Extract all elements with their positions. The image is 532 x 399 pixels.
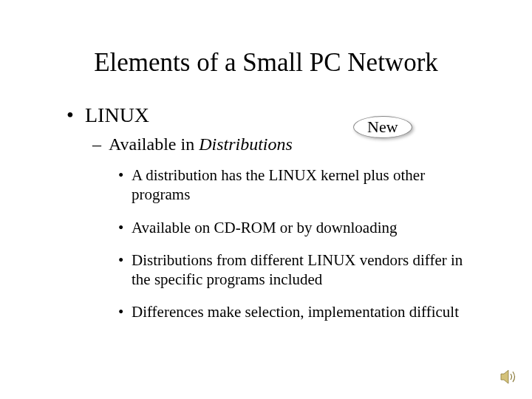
level2-text-italic: Distributions [199, 134, 293, 154]
slide-title: Elements of a Small PC Network [37, 48, 495, 78]
bullet-dot: • [118, 302, 132, 321]
bullet-level3: •Distributions from different LINUX vend… [118, 250, 473, 290]
level2-text-prefix: Available in [109, 134, 199, 154]
bullet-dash: – [92, 134, 109, 154]
level1-text: LINUX [85, 103, 149, 126]
bullet-dot: • [66, 103, 85, 127]
level3-text: Available on CD-ROM or by downloading [132, 219, 397, 236]
level3-text: Differences make selection, implementati… [132, 303, 459, 321]
bullet-level1: •LINUX [66, 103, 495, 127]
speaker-icon[interactable] [499, 368, 519, 386]
bullet-level3: •Differences make selection, implementat… [118, 302, 473, 321]
level3-text: Distributions from different LINUX vendo… [132, 251, 463, 288]
bullet-dot: • [118, 218, 132, 237]
bullet-level3: •A distribution has the LINUX kernel plu… [118, 166, 473, 205]
level3-text: A distribution has the LINUX kernel plus… [132, 166, 425, 203]
bullet-dot: • [118, 250, 132, 270]
bullet-level2: –Available in Distributions [92, 134, 495, 154]
level2-container: New –Available in Distributions [37, 134, 495, 154]
callout-new: New [353, 116, 412, 138]
bullet-level3: •Available on CD-ROM or by downloading [118, 218, 473, 237]
bullet-dot: • [118, 166, 132, 185]
